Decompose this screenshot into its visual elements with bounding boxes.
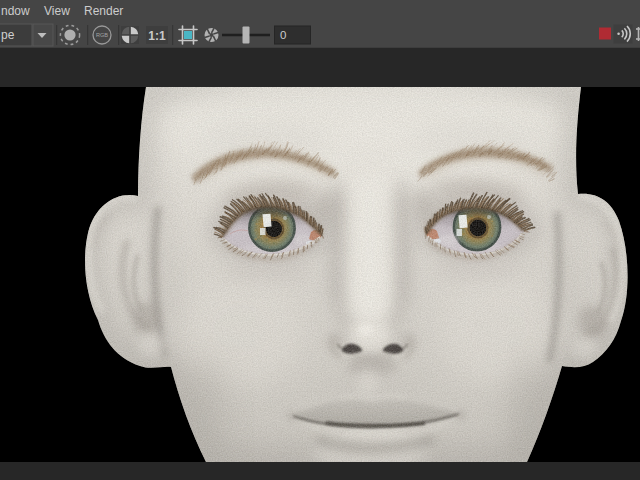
svg-text:pe: pe	[1, 28, 15, 42]
svg-text:1:1: 1:1	[148, 29, 166, 43]
svg-text:RGB: RGB	[96, 32, 108, 38]
svg-text:0: 0	[280, 29, 286, 41]
